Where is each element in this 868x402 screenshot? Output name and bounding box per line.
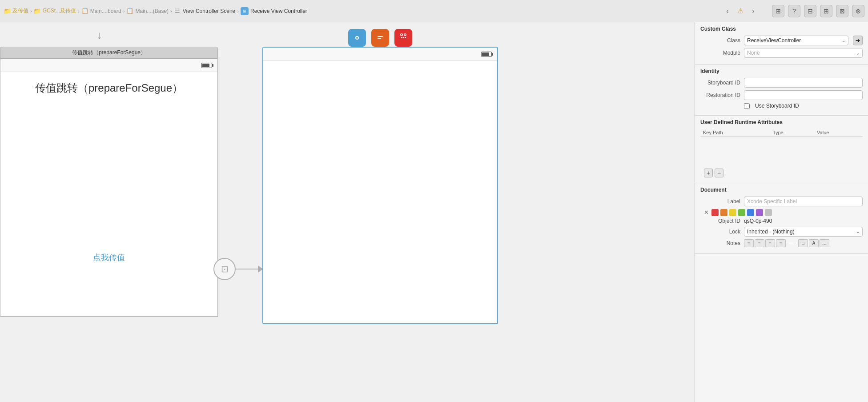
breadcrumb-sep-5: › — [237, 8, 239, 14]
class-label: Class — [700, 37, 740, 44]
right-scene-content — [263, 61, 497, 323]
left-scene-body: 传值跳转（prepareForSegue） 点我传值 — [0, 59, 218, 317]
right-scene-frame — [262, 47, 498, 324]
svg-rect-7 — [401, 34, 402, 36]
warning-icon: ⚠ — [737, 7, 743, 15]
custom-class-title: Custom Class — [700, 26, 863, 32]
lock-arrow: ⌄ — [856, 229, 860, 234]
breadcrumb-label-4: Main....(Base) — [135, 8, 169, 14]
battery-icon-left — [201, 63, 212, 68]
vc-toolbar-icon-orange[interactable] — [371, 29, 389, 47]
vc-icon: ⊞ — [241, 7, 249, 15]
notes-align-right[interactable]: ≡ — [765, 239, 775, 247]
breadcrumb-label-2: GCSt...及传值 — [43, 7, 76, 15]
right-panel: Custom Class Class ReceiveViewController… — [695, 22, 868, 402]
nav-next-button[interactable]: › — [747, 5, 760, 17]
breadcrumb-item-1[interactable]: 📁 及传值 — [4, 7, 28, 15]
storyboard-id-input[interactable] — [744, 78, 863, 88]
color-dot-yellow[interactable] — [729, 209, 736, 216]
left-scene: 传值跳转（prepareForSegue） 传值跳转（prepareForSeg… — [0, 47, 218, 317]
color-dot-blue[interactable] — [747, 209, 754, 216]
svg-rect-4 — [378, 36, 383, 37]
notes-toolbar: ≡ ≡ ≡ ≡ □ A … — [744, 239, 829, 247]
lock-select[interactable]: Inherited - (Nothing) ⌄ — [744, 227, 863, 237]
left-scene-link-button[interactable]: 点我传值 — [93, 252, 125, 263]
class-action-button[interactable]: ➔ — [853, 36, 863, 45]
restoration-id-input[interactable] — [744, 90, 863, 100]
use-storyboard-label: Use Storyboard ID — [755, 103, 799, 109]
breadcrumb-sep-3: › — [123, 8, 125, 14]
color-row: ✕ — [704, 209, 863, 216]
color-dot-orange[interactable] — [720, 209, 727, 216]
main-layout: ↓ 传值跳转（prepareForSegue） 传值跳转（prepareForS… — [0, 22, 868, 402]
svg-rect-10 — [403, 37, 404, 38]
layout-button-1[interactable]: ⊟ — [804, 5, 816, 17]
storyboard-icon-2: 📋 — [126, 8, 133, 15]
breadcrumb-item-6[interactable]: ⊞ Receive View Controller — [241, 7, 307, 15]
restoration-id-label: Restoration ID — [700, 92, 740, 98]
notes-align-left[interactable]: ≡ — [744, 239, 754, 247]
color-dot-gray[interactable] — [765, 209, 772, 216]
notes-more[interactable]: … — [820, 239, 829, 247]
use-storyboard-checkbox[interactable] — [744, 103, 750, 109]
layout-button-3[interactable]: ⊠ — [836, 5, 848, 17]
svg-point-2 — [356, 37, 358, 39]
notes-align-justify[interactable]: ≡ — [776, 239, 786, 247]
module-select[interactable]: None ⌄ — [744, 48, 863, 58]
breadcrumb-item-2[interactable]: 📁 GCSt...及传值 — [34, 7, 76, 15]
breadcrumb-item-5[interactable]: ☰ View Controller Scene — [174, 8, 236, 15]
breadcrumb-sep-1: › — [30, 8, 32, 14]
segue-arrow: ⊡ — [213, 258, 263, 280]
top-bar-right: ‹ ⚠ › ⊞ ? ⊟ ⊞ ⊠ ⊗ — [721, 5, 864, 17]
class-select[interactable]: ReceiveViewController ⌄ — [744, 36, 848, 45]
down-arrow-icon: ↓ — [97, 29, 102, 41]
nav-prev-button[interactable]: ‹ — [721, 5, 734, 17]
close-button[interactable]: ⊗ — [852, 5, 864, 17]
breadcrumb-label-5: View Controller Scene — [183, 8, 236, 14]
udra-col-value: Value — [814, 129, 863, 137]
identity-section: Identity Storyboard ID Restoration ID Us… — [695, 64, 868, 116]
color-dot-red[interactable] — [711, 209, 719, 216]
class-row: Class ReceiveViewController ⌄ ➔ — [700, 36, 863, 45]
color-dot-green[interactable] — [738, 209, 745, 216]
layout-button-2[interactable]: ⊞ — [820, 5, 832, 17]
breadcrumb: 📁 及传值 › 📁 GCSt...及传值 › 📋 Main....board ›… — [4, 7, 719, 15]
breadcrumb-label-6: Receive View Controller — [250, 8, 307, 14]
breadcrumb-item-4[interactable]: 📋 Main....(Base) — [126, 8, 169, 15]
color-dot-purple[interactable] — [756, 209, 763, 216]
svg-rect-5 — [378, 38, 381, 39]
inspector-toggle-button[interactable]: ⊞ — [772, 5, 784, 17]
breadcrumb-sep-2: › — [78, 8, 80, 14]
breadcrumb-label-3: Main....board — [90, 8, 121, 14]
use-storyboard-row: Use Storyboard ID — [700, 103, 863, 109]
breadcrumb-sep-4: › — [170, 8, 172, 14]
doc-label-row: Label — [700, 197, 863, 206]
left-scene-main-label: 传值跳转（prepareForSegue） — [35, 81, 183, 95]
color-clear-button[interactable]: ✕ — [704, 209, 709, 216]
doc-label-input[interactable] — [744, 197, 863, 206]
custom-class-section: Custom Class Class ReceiveViewController… — [695, 22, 868, 64]
udra-col-type: Type — [770, 129, 814, 137]
document-title: Document — [700, 187, 863, 193]
vc-toolbar-icon-blue[interactable] — [348, 29, 366, 47]
udra-add-button[interactable]: + — [704, 169, 713, 177]
left-scene-content: 传值跳转（prepareForSegue） 点我传值 — [0, 72, 217, 316]
vc-toolbar-icon-red[interactable] — [394, 29, 412, 47]
help-button[interactable]: ? — [788, 5, 800, 17]
right-scene-toolbar-icons — [348, 29, 412, 47]
document-section: Document Label ✕ Object ID qsQ-0p-490 — [695, 183, 868, 254]
module-arrow: ⌄ — [856, 51, 860, 56]
breadcrumb-item-3[interactable]: 📋 Main....board — [81, 8, 121, 15]
udra-remove-button[interactable]: − — [715, 169, 723, 177]
udra-table: Key Path Type Value — [700, 129, 863, 163]
notes-text[interactable]: A — [809, 239, 819, 247]
notes-box[interactable]: □ — [798, 239, 808, 247]
segue-circle-icon: ⊡ — [213, 258, 236, 280]
identity-title: Identity — [700, 68, 863, 74]
canvas-area[interactable]: ↓ 传值跳转（prepareForSegue） 传值跳转（prepareForS… — [0, 22, 695, 402]
module-placeholder: None — [747, 50, 760, 56]
scene-icon: ☰ — [174, 8, 181, 15]
notes-align-center[interactable]: ≡ — [755, 239, 764, 247]
udra-tbody — [700, 137, 863, 163]
doc-label-label: Label — [700, 198, 740, 205]
